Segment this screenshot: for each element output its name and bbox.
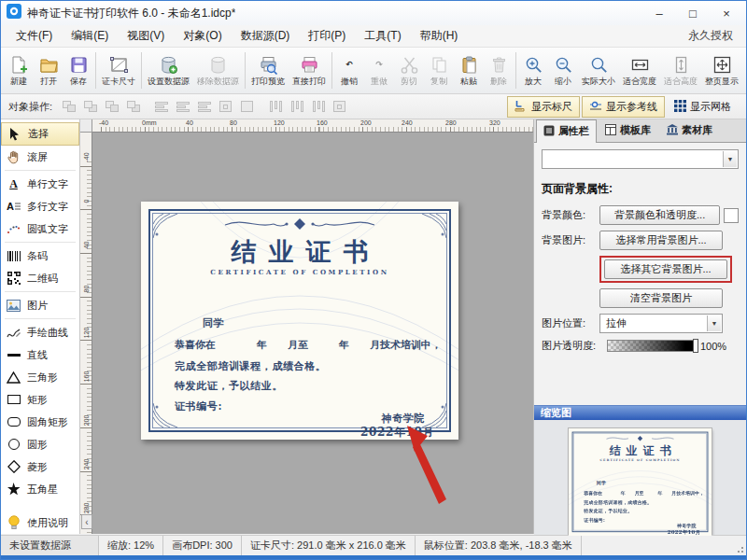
chevron-down-icon: ▼ (723, 151, 737, 167)
menu-file[interactable]: 文件(F) (7, 25, 62, 47)
menu-view[interactable]: 视图(V) (118, 25, 174, 47)
collapse-toolbox-button[interactable]: ‹ (81, 514, 92, 529)
guides-icon (589, 100, 602, 114)
tool-pan[interactable]: 滚屏 (1, 146, 79, 168)
tool-rounded-rectangle[interactable]: 圆角矩形 (1, 411, 79, 433)
bring-to-front-icon[interactable] (61, 99, 78, 115)
tool-multi-line-text[interactable]: A多行文字 (1, 195, 79, 217)
tool-image[interactable]: 图片 (1, 294, 79, 316)
tool-qrcode[interactable]: 二维码 (1, 267, 79, 289)
certificate-page[interactable]: 结业证书 CERTIFICATE OF COMPLETION 同学 恭喜你在 年… (141, 202, 458, 440)
tool-triangle[interactable]: 三角形 (1, 366, 79, 388)
choose-other-bg-button[interactable]: 选择其它背景图片... (604, 259, 727, 279)
print-preview-icon (259, 54, 278, 76)
barcode-icon (6, 251, 21, 261)
tool-diamond[interactable]: 菱形 (1, 455, 79, 478)
send-backward-icon[interactable] (125, 99, 143, 115)
opacity-slider[interactable] (607, 340, 697, 352)
object-selector-dropdown[interactable]: ▼ (542, 149, 739, 169)
same-size-icon[interactable] (331, 99, 349, 115)
fit-width-button[interactable]: 适合宽度 (619, 49, 660, 92)
align-top-icon[interactable] (267, 99, 285, 115)
tool-arc-text[interactable]: 圆弧文字 (1, 217, 79, 240)
database-remove-icon (208, 54, 228, 76)
image-position-select[interactable]: 拉伸▼ (599, 314, 723, 333)
align-center-icon[interactable] (175, 99, 192, 115)
fit-height-button[interactable]: 适合高度 (660, 49, 701, 92)
tool-barcode[interactable]: 条码 (1, 245, 79, 267)
tool-rectangle[interactable]: 矩形 (1, 388, 79, 411)
align-middle-icon[interactable] (289, 99, 306, 115)
cut-button[interactable]: 剪切 (394, 49, 424, 92)
menu-help[interactable]: 帮助(H) (411, 25, 468, 47)
flourish-divider-icon (569, 435, 712, 443)
zoom-out-button[interactable]: 缩小 (548, 49, 578, 92)
save-floppy-icon (69, 54, 89, 76)
app-icon (7, 4, 21, 22)
zoom-in-button[interactable]: 放大 (518, 49, 548, 92)
bg-color-swatch[interactable] (724, 208, 739, 223)
tool-circle[interactable]: 圆形 (1, 433, 79, 455)
print-preview-button[interactable]: 打印预览 (247, 49, 289, 92)
certificate-body-line: 特发此证，予以结业。 (175, 379, 283, 393)
opacity-value: 100% (700, 341, 726, 352)
redo-button[interactable]: ↷重做 (364, 49, 394, 92)
canvas-area[interactable]: -40 0mm 40 80 120 160 200 240 280 320 -4… (80, 119, 533, 534)
fit-page-button[interactable]: 整页显示 (701, 49, 742, 92)
tool-select[interactable]: 选择 (1, 122, 79, 146)
bulb-icon (6, 515, 21, 530)
copy-button[interactable]: 复制 (424, 49, 454, 92)
open-button[interactable]: 打开 (34, 49, 63, 92)
group-icon[interactable] (218, 99, 235, 115)
undo-icon: ↶ (345, 54, 353, 76)
tool-single-line-text[interactable]: A单行文字 (1, 173, 79, 195)
annotation-arrow (396, 420, 461, 509)
save-button[interactable]: 保存 (63, 49, 93, 92)
line-icon (6, 354, 21, 357)
delete-button[interactable]: 删除 (484, 49, 514, 92)
align-left-icon[interactable] (153, 99, 171, 115)
tab-materials[interactable]: 素材库 (659, 119, 720, 142)
opacity-slider-handle[interactable] (693, 339, 698, 353)
paste-button[interactable]: 粘贴 (454, 49, 484, 92)
maximize-button[interactable]: □ (679, 4, 707, 22)
ungroup-icon[interactable] (239, 99, 257, 115)
card-size-button[interactable]: 证卡尺寸 (98, 49, 139, 92)
bg-color-button[interactable]: 背景颜色和透明度... (599, 205, 720, 225)
clear-bg-button[interactable]: 清空背景图片 (599, 288, 723, 308)
show-grid-toggle[interactable]: 显示网格 (667, 96, 739, 118)
direct-print-button[interactable]: 直接打印 (289, 49, 330, 92)
actual-size-button[interactable]: 实际大小 (578, 49, 619, 92)
menu-datasource[interactable]: 数据源(D) (232, 25, 300, 47)
printer-icon (300, 54, 319, 76)
tab-templates[interactable]: 模板库 (598, 119, 658, 142)
align-right-icon[interactable] (196, 99, 214, 115)
menu-tools[interactable]: 工具(T) (355, 25, 410, 47)
choose-common-bg-button[interactable]: 选择常用背景图片... (599, 231, 723, 250)
menu-print[interactable]: 打印(P) (299, 25, 355, 47)
tool-star[interactable]: 五角星 (1, 478, 79, 500)
remove-datasource-button[interactable]: 移除数据源 (193, 49, 243, 92)
tool-line[interactable]: 直线 (1, 343, 79, 366)
image-opacity-label: 图片透明度: (542, 339, 603, 353)
close-button[interactable]: × (712, 4, 740, 22)
resize-grip[interactable] (737, 546, 744, 553)
minimize-button[interactable]: – (645, 4, 673, 22)
bring-forward-icon[interactable] (104, 99, 121, 115)
show-ruler-toggle[interactable]: 显示标尺 (507, 96, 580, 118)
tool-freehand-curve[interactable]: 手绘曲线 (1, 321, 79, 343)
menu-object[interactable]: 对象(O) (174, 25, 231, 47)
send-to-back-icon[interactable] (82, 99, 100, 115)
copy-icon (430, 54, 449, 76)
tab-properties[interactable]: 属性栏 (536, 119, 597, 143)
certificate-thumbnail[interactable]: 结业证书 CERTIFICATE OF COMPLETION 同学 恭喜你在 年… (569, 428, 712, 536)
help-button[interactable]: 使用说明 (1, 511, 79, 534)
show-guides-toggle[interactable]: 显示参考线 (582, 96, 665, 118)
status-dpi: 画布DPI: 300 (163, 536, 242, 555)
card-size-icon (109, 54, 129, 76)
new-button[interactable]: 新建 (4, 49, 34, 92)
menu-edit[interactable]: 编辑(E) (62, 25, 118, 47)
set-datasource-button[interactable]: 设置数据源 (144, 49, 193, 92)
undo-button[interactable]: ↶撤销 (334, 49, 364, 92)
align-bottom-icon[interactable] (310, 99, 328, 115)
